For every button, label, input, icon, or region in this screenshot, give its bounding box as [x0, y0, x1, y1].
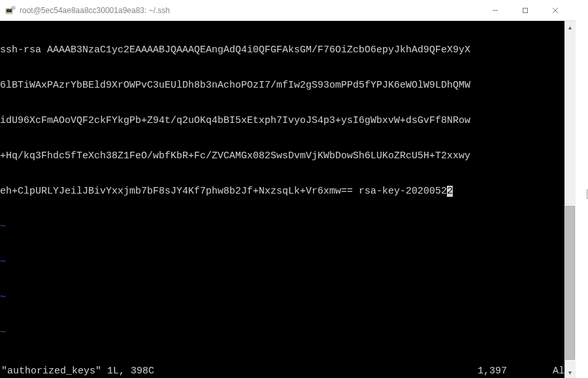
empty-line: ~: [0, 256, 576, 268]
window-controls: [480, 0, 570, 21]
terminal[interactable]: ssh-rsa AAAAB3NzaC1yc2EAAAABJQAAAQEAngAd…: [0, 21, 576, 378]
svg-rect-1: [7, 9, 12, 12]
window-title: root@5ec54ae8aa8cc30001a9ea83: ~/.ssh: [20, 6, 480, 15]
maximize-button[interactable]: [510, 0, 540, 21]
scrollbar-up-icon[interactable]: ▴: [564, 21, 576, 33]
close-button[interactable]: [540, 0, 570, 21]
status-position: 1,397: [478, 366, 553, 377]
empty-line: ~: [0, 221, 576, 233]
text-line: eh+ClpURLYJeilJBivYxxjmb7bF8sJY4Kf7phw8b…: [0, 186, 576, 198]
text-line: idU96XcFmAOoVQF2ckFYkgPb+Z94t/q2uOKq4bBI…: [0, 115, 576, 127]
cursor: 2: [447, 186, 453, 197]
titlebar[interactable]: root@5ec54ae8aa8cc30001a9ea83: ~/.ssh: [0, 0, 576, 21]
text-line: +Hq/kq3Fhdc5fTeXch38Z1FeO/wbfKbR+Fc/ZVCA…: [0, 150, 576, 162]
text-line: 6lBTiWAxPAzrYbBEld9XrOWPvC3uEUlDh8b3nAch…: [0, 80, 576, 92]
scrollbar-thumb[interactable]: [565, 206, 575, 360]
putty-icon: [5, 5, 16, 16]
empty-line: ~: [0, 327, 576, 339]
svg-rect-5: [523, 8, 528, 12]
scrollbar[interactable]: ▴ ▾: [564, 21, 576, 378]
minimize-button[interactable]: [480, 0, 510, 21]
scrollbar-down-icon[interactable]: ▾: [564, 366, 576, 378]
scrollbar-track[interactable]: [564, 33, 576, 366]
status-filename: "authorized_keys" 1L, 398C: [1, 366, 154, 377]
empty-line: ~: [0, 292, 576, 303]
text-line: ssh-rsa AAAAB3NzaC1yc2EAAAABJQAAAQEAngAd…: [0, 44, 576, 56]
terminal-content: ssh-rsa AAAAB3NzaC1yc2EAAAABJQAAAQEAngAd…: [0, 21, 576, 365]
vim-statusbar: "authorized_keys" 1L, 398C 1,397 All: [0, 365, 576, 378]
svg-rect-2: [12, 7, 15, 9]
putty-window: root@5ec54ae8aa8cc30001a9ea83: ~/.ssh ss…: [0, 0, 576, 378]
